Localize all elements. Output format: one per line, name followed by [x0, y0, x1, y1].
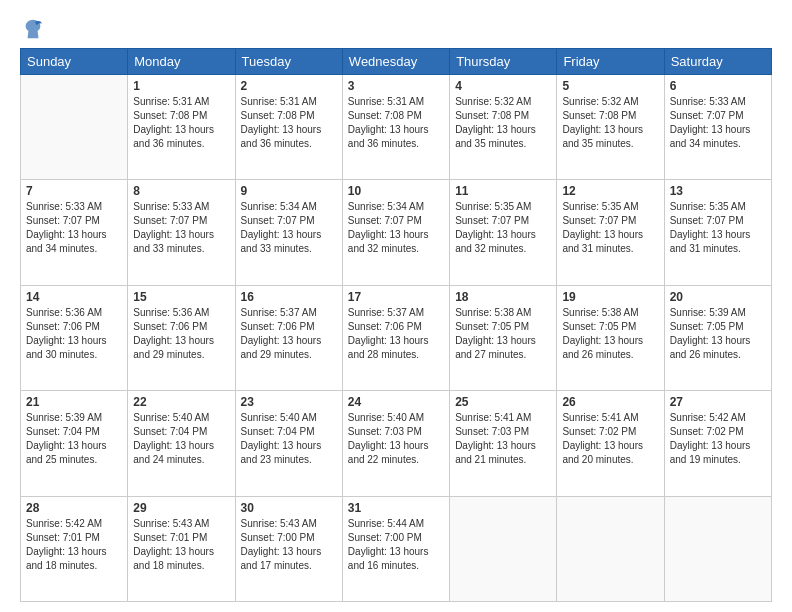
- sunrise-label: Sunrise: 5:42 AM: [26, 518, 102, 529]
- calendar-cell: 28 Sunrise: 5:42 AM Sunset: 7:01 PM Dayl…: [21, 496, 128, 601]
- day-number: 24: [348, 395, 444, 409]
- sunset-label: Sunset: 7:06 PM: [241, 321, 315, 332]
- sunrise-label: Sunrise: 5:33 AM: [26, 201, 102, 212]
- sunrise-label: Sunrise: 5:36 AM: [133, 307, 209, 318]
- calendar-cell: 16 Sunrise: 5:37 AM Sunset: 7:06 PM Dayl…: [235, 285, 342, 390]
- daylight-label: Daylight: 13 hours and 26 minutes.: [670, 335, 751, 360]
- calendar-cell: [450, 496, 557, 601]
- calendar-cell: 5 Sunrise: 5:32 AM Sunset: 7:08 PM Dayli…: [557, 75, 664, 180]
- sunset-label: Sunset: 7:07 PM: [670, 110, 744, 121]
- calendar-cell: 12 Sunrise: 5:35 AM Sunset: 7:07 PM Dayl…: [557, 180, 664, 285]
- calendar-cell: 7 Sunrise: 5:33 AM Sunset: 7:07 PM Dayli…: [21, 180, 128, 285]
- sunset-label: Sunset: 7:01 PM: [133, 532, 207, 543]
- sunrise-label: Sunrise: 5:34 AM: [348, 201, 424, 212]
- sunrise-label: Sunrise: 5:31 AM: [241, 96, 317, 107]
- day-info: Sunrise: 5:32 AM Sunset: 7:08 PM Dayligh…: [562, 95, 658, 151]
- sunrise-label: Sunrise: 5:32 AM: [455, 96, 531, 107]
- calendar-cell: 9 Sunrise: 5:34 AM Sunset: 7:07 PM Dayli…: [235, 180, 342, 285]
- calendar-cell: [664, 496, 771, 601]
- sunset-label: Sunset: 7:08 PM: [562, 110, 636, 121]
- sunset-label: Sunset: 7:07 PM: [562, 215, 636, 226]
- calendar-week-row: 1 Sunrise: 5:31 AM Sunset: 7:08 PM Dayli…: [21, 75, 772, 180]
- logo-bird-icon: [22, 18, 44, 40]
- sunset-label: Sunset: 7:07 PM: [133, 215, 207, 226]
- daylight-label: Daylight: 13 hours and 28 minutes.: [348, 335, 429, 360]
- daylight-label: Daylight: 13 hours and 19 minutes.: [670, 440, 751, 465]
- calendar-week-row: 7 Sunrise: 5:33 AM Sunset: 7:07 PM Dayli…: [21, 180, 772, 285]
- sunset-label: Sunset: 7:05 PM: [670, 321, 744, 332]
- calendar-week-row: 14 Sunrise: 5:36 AM Sunset: 7:06 PM Dayl…: [21, 285, 772, 390]
- logo-text: [20, 18, 44, 40]
- day-info: Sunrise: 5:35 AM Sunset: 7:07 PM Dayligh…: [670, 200, 766, 256]
- day-number: 29: [133, 501, 229, 515]
- header: [20, 18, 772, 40]
- calendar-cell: 20 Sunrise: 5:39 AM Sunset: 7:05 PM Dayl…: [664, 285, 771, 390]
- sunset-label: Sunset: 7:06 PM: [26, 321, 100, 332]
- sunrise-label: Sunrise: 5:37 AM: [348, 307, 424, 318]
- calendar-cell: 11 Sunrise: 5:35 AM Sunset: 7:07 PM Dayl…: [450, 180, 557, 285]
- sunset-label: Sunset: 7:08 PM: [133, 110, 207, 121]
- calendar-cell: 3 Sunrise: 5:31 AM Sunset: 7:08 PM Dayli…: [342, 75, 449, 180]
- calendar-cell: 31 Sunrise: 5:44 AM Sunset: 7:00 PM Dayl…: [342, 496, 449, 601]
- sunrise-label: Sunrise: 5:35 AM: [562, 201, 638, 212]
- sunrise-label: Sunrise: 5:37 AM: [241, 307, 317, 318]
- day-info: Sunrise: 5:41 AM Sunset: 7:03 PM Dayligh…: [455, 411, 551, 467]
- sunrise-label: Sunrise: 5:34 AM: [241, 201, 317, 212]
- day-number: 21: [26, 395, 122, 409]
- sunset-label: Sunset: 7:05 PM: [562, 321, 636, 332]
- day-info: Sunrise: 5:33 AM Sunset: 7:07 PM Dayligh…: [670, 95, 766, 151]
- sunrise-label: Sunrise: 5:31 AM: [348, 96, 424, 107]
- day-info: Sunrise: 5:33 AM Sunset: 7:07 PM Dayligh…: [133, 200, 229, 256]
- daylight-label: Daylight: 13 hours and 36 minutes.: [348, 124, 429, 149]
- day-number: 18: [455, 290, 551, 304]
- day-info: Sunrise: 5:31 AM Sunset: 7:08 PM Dayligh…: [348, 95, 444, 151]
- day-info: Sunrise: 5:34 AM Sunset: 7:07 PM Dayligh…: [241, 200, 337, 256]
- day-number: 7: [26, 184, 122, 198]
- day-info: Sunrise: 5:42 AM Sunset: 7:01 PM Dayligh…: [26, 517, 122, 573]
- day-number: 1: [133, 79, 229, 93]
- calendar-table: SundayMondayTuesdayWednesdayThursdayFrid…: [20, 48, 772, 602]
- sunset-label: Sunset: 7:08 PM: [348, 110, 422, 121]
- day-info: Sunrise: 5:31 AM Sunset: 7:08 PM Dayligh…: [133, 95, 229, 151]
- sunrise-label: Sunrise: 5:39 AM: [670, 307, 746, 318]
- day-number: 28: [26, 501, 122, 515]
- day-number: 30: [241, 501, 337, 515]
- calendar-cell: 6 Sunrise: 5:33 AM Sunset: 7:07 PM Dayli…: [664, 75, 771, 180]
- sunrise-label: Sunrise: 5:35 AM: [670, 201, 746, 212]
- sunset-label: Sunset: 7:01 PM: [26, 532, 100, 543]
- sunrise-label: Sunrise: 5:43 AM: [241, 518, 317, 529]
- calendar-cell: 24 Sunrise: 5:40 AM Sunset: 7:03 PM Dayl…: [342, 391, 449, 496]
- sunset-label: Sunset: 7:03 PM: [348, 426, 422, 437]
- day-number: 5: [562, 79, 658, 93]
- daylight-label: Daylight: 13 hours and 34 minutes.: [670, 124, 751, 149]
- sunset-label: Sunset: 7:00 PM: [241, 532, 315, 543]
- sunset-label: Sunset: 7:03 PM: [455, 426, 529, 437]
- calendar-week-row: 28 Sunrise: 5:42 AM Sunset: 7:01 PM Dayl…: [21, 496, 772, 601]
- day-number: 26: [562, 395, 658, 409]
- sunrise-label: Sunrise: 5:40 AM: [348, 412, 424, 423]
- daylight-label: Daylight: 13 hours and 35 minutes.: [562, 124, 643, 149]
- daylight-label: Daylight: 13 hours and 24 minutes.: [133, 440, 214, 465]
- weekday-header: Sunday: [21, 49, 128, 75]
- calendar-cell: 21 Sunrise: 5:39 AM Sunset: 7:04 PM Dayl…: [21, 391, 128, 496]
- daylight-label: Daylight: 13 hours and 32 minutes.: [455, 229, 536, 254]
- daylight-label: Daylight: 13 hours and 26 minutes.: [562, 335, 643, 360]
- sunset-label: Sunset: 7:02 PM: [562, 426, 636, 437]
- sunset-label: Sunset: 7:00 PM: [348, 532, 422, 543]
- sunset-label: Sunset: 7:07 PM: [241, 215, 315, 226]
- day-number: 27: [670, 395, 766, 409]
- calendar-cell: 23 Sunrise: 5:40 AM Sunset: 7:04 PM Dayl…: [235, 391, 342, 496]
- sunrise-label: Sunrise: 5:33 AM: [670, 96, 746, 107]
- sunrise-label: Sunrise: 5:38 AM: [455, 307, 531, 318]
- day-info: Sunrise: 5:43 AM Sunset: 7:01 PM Dayligh…: [133, 517, 229, 573]
- calendar-cell: 8 Sunrise: 5:33 AM Sunset: 7:07 PM Dayli…: [128, 180, 235, 285]
- daylight-label: Daylight: 13 hours and 25 minutes.: [26, 440, 107, 465]
- weekday-header: Thursday: [450, 49, 557, 75]
- sunrise-label: Sunrise: 5:36 AM: [26, 307, 102, 318]
- day-number: 9: [241, 184, 337, 198]
- day-number: 6: [670, 79, 766, 93]
- sunrise-label: Sunrise: 5:40 AM: [241, 412, 317, 423]
- sunset-label: Sunset: 7:08 PM: [455, 110, 529, 121]
- day-info: Sunrise: 5:43 AM Sunset: 7:00 PM Dayligh…: [241, 517, 337, 573]
- calendar-cell: 19 Sunrise: 5:38 AM Sunset: 7:05 PM Dayl…: [557, 285, 664, 390]
